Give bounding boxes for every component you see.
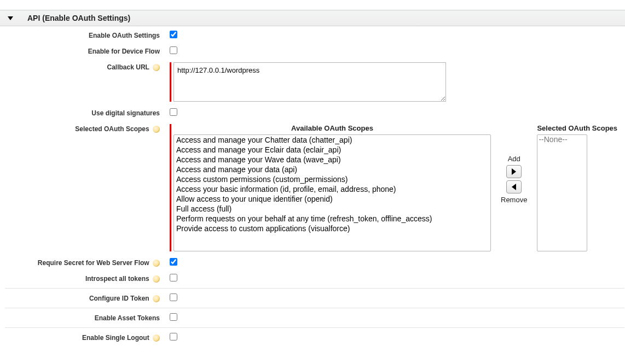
introspect-all-checkbox[interactable] <box>170 274 177 281</box>
label-configure-id-token: Configure ID Token <box>89 295 149 302</box>
section-header[interactable]: API (Enable OAuth Settings) <box>0 10 625 26</box>
help-icon[interactable] <box>153 126 160 133</box>
use-digital-signatures-checkbox[interactable] <box>170 108 177 116</box>
arrow-right-icon <box>512 168 516 175</box>
remove-label: Remove <box>501 196 527 204</box>
divider <box>5 327 624 328</box>
row-require-secret: Require Secret for Web Server Flow <box>0 254 625 269</box>
selected-scopes-header: Selected OAuth Scopes <box>537 124 617 134</box>
add-button[interactable] <box>506 165 522 178</box>
scope-option[interactable]: Full access (full) <box>174 204 490 214</box>
available-scopes-header: Available OAuth Scopes <box>173 124 491 134</box>
add-remove-controls: Add Remove <box>501 124 527 205</box>
scope-option[interactable]: Access and manage your Wave data (wave_a… <box>174 155 490 165</box>
row-selected-oauth-scopes: Selected OAuth Scopes Available OAuth Sc… <box>0 120 625 254</box>
required-bar-icon <box>170 124 171 251</box>
available-scopes-list[interactable]: Access and manage your Chatter data (cha… <box>173 134 491 251</box>
configure-id-token-checkbox[interactable] <box>170 293 177 301</box>
help-icon[interactable] <box>153 334 160 342</box>
required-bar-icon <box>170 62 171 102</box>
add-label: Add <box>508 155 520 163</box>
help-icon[interactable] <box>153 64 160 71</box>
oauth-settings-form: Enable OAuth Settings Enable for Device … <box>0 26 625 344</box>
row-enable-oauth: Enable OAuth Settings <box>0 26 625 42</box>
row-use-digital-signatures: Use digital signatures <box>0 104 625 120</box>
help-icon[interactable] <box>153 260 160 267</box>
row-callback-url: Callback URL <box>0 58 625 104</box>
row-enable-single-logout: Enable Single Logout <box>0 328 625 344</box>
label-use-digital-signatures: Use digital signatures <box>91 109 160 117</box>
scope-option[interactable]: Access custom permissions (custom_permis… <box>174 174 490 184</box>
help-icon[interactable] <box>153 295 160 302</box>
row-enable-device-flow: Enable for Device Flow <box>0 42 625 58</box>
none-option[interactable]: --None-- <box>537 135 587 144</box>
label-introspect-all: Introspect all tokens <box>85 275 149 283</box>
label-selected-oauth-scopes: Selected OAuth Scopes <box>75 125 149 133</box>
scope-option[interactable]: Perform requests on your behalf at any t… <box>174 214 490 224</box>
scope-option[interactable]: Access and manage your Eclair data (ecla… <box>174 145 490 155</box>
divider <box>5 308 624 308</box>
enable-device-flow-checkbox[interactable] <box>170 46 177 54</box>
collapse-arrow-icon[interactable] <box>8 16 13 20</box>
row-enable-asset-tokens: Enable Asset Tokens <box>0 309 625 325</box>
label-enable-device-flow: Enable for Device Flow <box>88 48 160 55</box>
callback-url-input[interactable] <box>173 62 446 102</box>
row-configure-id-token: Configure ID Token <box>0 289 625 305</box>
label-enable-single-logout: Enable Single Logout <box>82 334 149 342</box>
require-secret-checkbox[interactable] <box>170 258 177 266</box>
label-require-secret: Require Secret for Web Server Flow <box>38 259 149 267</box>
row-introspect-all: Introspect all tokens <box>0 269 625 285</box>
enable-oauth-checkbox[interactable] <box>170 31 177 38</box>
label-callback-url: Callback URL <box>107 63 149 71</box>
scope-option[interactable]: Access and manage your Chatter data (cha… <box>174 135 490 145</box>
remove-button[interactable] <box>506 180 522 193</box>
scope-option[interactable]: Access your basic information (id, profi… <box>174 184 490 194</box>
label-enable-asset-tokens: Enable Asset Tokens <box>95 314 160 322</box>
enable-asset-tokens-checkbox[interactable] <box>170 313 177 321</box>
enable-single-logout-checkbox[interactable] <box>170 333 177 340</box>
label-enable-oauth: Enable OAuth Settings <box>89 32 160 39</box>
scope-option[interactable]: Access and manage your data (api) <box>174 165 490 174</box>
scope-option[interactable]: Provide access to custom applications (v… <box>174 224 490 233</box>
selected-scopes-list[interactable]: --None-- <box>537 134 587 251</box>
help-icon[interactable] <box>153 275 160 283</box>
scope-option[interactable]: Allow access to your unique identifier (… <box>174 194 490 204</box>
arrow-left-icon <box>512 184 516 190</box>
section-title: API (Enable OAuth Settings) <box>27 14 130 22</box>
divider <box>5 288 624 289</box>
